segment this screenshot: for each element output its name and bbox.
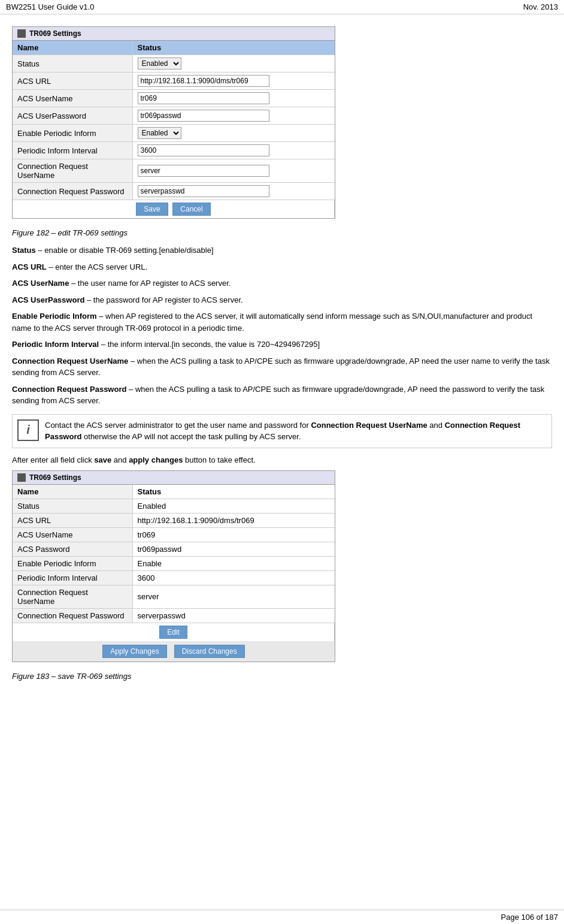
row-label: ACS UserName — [13, 90, 132, 107]
term-acs-username: ACS UserName — [12, 279, 69, 288]
enable-periodic-select[interactable]: Enabled Disabled — [138, 127, 181, 139]
row-value: 3600 — [132, 570, 335, 585]
acs-url-input[interactable] — [138, 75, 269, 87]
table-row: ACS UserPassword — [13, 107, 335, 125]
row-value: server — [132, 585, 335, 608]
info-bold1: Connection Request UserName — [311, 421, 427, 430]
row-label: Enable Periodic Inform — [13, 556, 132, 570]
table-row: Periodic Inform Interval 3600 — [13, 570, 335, 585]
acs-username-input[interactable] — [138, 92, 269, 104]
figure1-caption: Figure 182 – edit TR-069 settings — [12, 228, 552, 237]
doc-date: Nov. 2013 — [523, 2, 558, 11]
desc-status: Status – enable or disable TR-069 settin… — [12, 244, 552, 256]
cancel-button[interactable]: Cancel — [172, 203, 210, 216]
status-select-cell[interactable]: Enabled Disabled — [132, 55, 335, 73]
info-box: i Contact the ACS server administrator t… — [12, 414, 552, 448]
row-label: ACS UserPassword — [13, 107, 132, 125]
after-save-para: After enter all field click save and app… — [12, 455, 552, 464]
row-label: Connection Request Password — [13, 608, 132, 623]
table-row: ACS UserName tr069 — [13, 527, 335, 542]
table2-icon — [17, 473, 26, 482]
conn-username-input[interactable] — [138, 165, 269, 177]
term-enable-periodic: Enable Periodic Inform — [12, 312, 97, 321]
edit-buttons-cell: Save Cancel — [13, 200, 335, 219]
desc-conn-username: Connection Request UserName – when the A… — [12, 355, 552, 379]
term-acs-password: ACS UserPassword — [12, 295, 84, 304]
text-status: enable or disable TR-069 setting.[enable… — [44, 246, 213, 255]
figure2-caption: Figure 183 – save TR-069 settings — [12, 672, 552, 681]
row-value: tr069 — [132, 527, 335, 542]
term-acs-url: ACS URL — [12, 262, 47, 271]
row-label: Periodic Inform Interval — [13, 142, 132, 159]
table-row: ACS Password tr069passwd — [13, 542, 335, 556]
description-section: Status – enable or disable TR-069 settin… — [12, 244, 552, 407]
conn-username-cell[interactable] — [132, 159, 335, 183]
acs-username-cell[interactable] — [132, 90, 335, 107]
apply-bold: apply changes — [129, 455, 183, 464]
discard-changes-button[interactable]: Discard Changes — [174, 645, 245, 658]
tr069-edit-table: TR069 Settings Name Status Status Enable… — [12, 26, 335, 219]
apply-discard-row: Apply Changes Discard Changes — [13, 641, 335, 662]
row-label: Connection Request Password — [13, 183, 132, 200]
acs-password-cell[interactable] — [132, 107, 335, 125]
figure2-container: TR069 Settings Name Status Status Enable… — [12, 470, 552, 668]
apply-changes-button[interactable]: Apply Changes — [102, 645, 166, 658]
conn-password-cell[interactable] — [132, 183, 335, 200]
table-row: ACS UserName — [13, 90, 335, 107]
table-icon — [17, 29, 26, 38]
doc-title: BW2251 User Guide v1.0 — [6, 2, 94, 11]
periodic-interval-input[interactable] — [138, 144, 269, 156]
edit-button[interactable]: Edit — [159, 626, 187, 639]
desc-periodic-interval: Periodic Inform Interval – the inform in… — [12, 339, 552, 351]
sep-status: – — [38, 246, 44, 255]
info-text: Contact the ACS server administrator to … — [45, 419, 547, 443]
row-label: ACS URL — [13, 73, 132, 90]
table-row: Connection Request Password serverpasswd — [13, 608, 335, 623]
row-label: Status — [13, 499, 132, 513]
term-periodic-interval: Periodic Inform Interval — [12, 340, 99, 349]
edit-button-row: Edit — [13, 623, 335, 641]
row-label: ACS URL — [13, 513, 132, 527]
header-status-cell: Status — [132, 41, 335, 55]
table-row: ACS URL http://192.168.1.1:9090/dms/tr06… — [13, 513, 335, 527]
term-status: Status — [12, 246, 36, 255]
tr069-view-table: TR069 Settings Name Status Status Enable… — [12, 470, 335, 662]
row-value: Enabled — [132, 499, 335, 513]
info-icon: i — [17, 419, 39, 441]
table-row: Enable Periodic Inform Enable — [13, 556, 335, 570]
acs-url-cell[interactable] — [132, 73, 335, 90]
row-label: Enable Periodic Inform — [13, 125, 132, 142]
row-value: serverpasswd — [132, 608, 335, 623]
row-label: Connection Request UserName — [13, 159, 132, 183]
table-row: Periodic Inform Interval — [13, 142, 335, 159]
table-row: Connection Request UserName — [13, 159, 335, 183]
desc-acs-password: ACS UserPassword – the password for AP r… — [12, 294, 552, 306]
desc-conn-password: Connection Request Password – when the A… — [12, 384, 552, 407]
row-value: tr069passwd — [132, 542, 335, 556]
save-button[interactable]: Save — [136, 203, 168, 216]
periodic-interval-cell[interactable] — [132, 142, 335, 159]
table-row: Status Enabled Disabled — [13, 55, 335, 73]
row-label: ACS UserName — [13, 527, 132, 542]
page-number: Page 106 of 187 — [501, 913, 558, 922]
table-row: ACS URL — [13, 73, 335, 90]
save-bold: save — [94, 455, 111, 464]
desc-acs-url: ACS URL – enter the ACS server URL. — [12, 261, 552, 273]
table-row: Enable Periodic Inform Enabled Disabled — [13, 125, 335, 142]
term-conn-password: Connection Request Password — [12, 385, 126, 394]
table2-title: TR069 Settings — [13, 471, 335, 485]
edit-settings-table: Name Status Status Enabled Disabled ACS — [13, 41, 335, 218]
desc-enable-periodic: Enable Periodic Inform – when AP registe… — [12, 310, 552, 334]
table-row: Connection Request Password — [13, 183, 335, 200]
enable-periodic-cell[interactable]: Enabled Disabled — [132, 125, 335, 142]
status-select[interactable]: Enabled Disabled — [138, 58, 181, 70]
table-header-row: Name Status — [13, 41, 335, 55]
term-conn-username: Connection Request UserName — [12, 357, 128, 366]
figure1-container: TR069 Settings Name Status Status Enable… — [12, 26, 552, 225]
acs-password-input[interactable] — [138, 110, 269, 122]
conn-password-input[interactable] — [138, 185, 269, 197]
edit-button-cell: Edit — [13, 623, 335, 641]
header2-status-cell: Status — [132, 485, 335, 499]
row-label: Status — [13, 55, 132, 73]
view-settings-table: Name Status Status Enabled ACS URL http:… — [13, 485, 335, 641]
